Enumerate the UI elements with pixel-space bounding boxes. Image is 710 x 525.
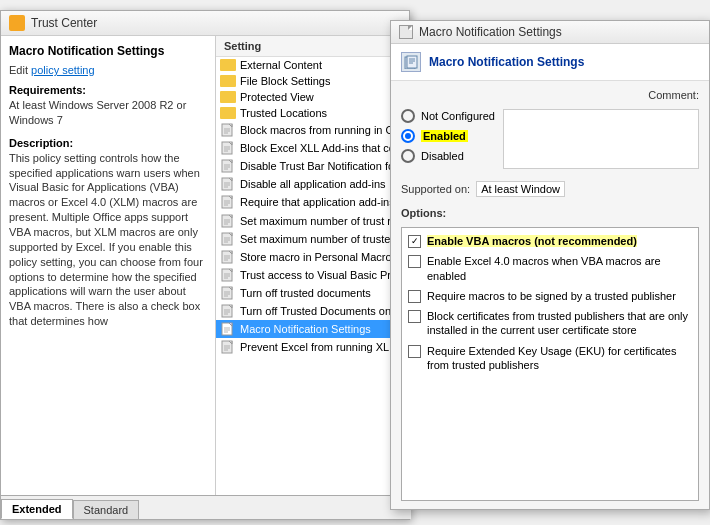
tree-item-label: External Content <box>240 59 322 71</box>
option-checkbox-4[interactable] <box>408 345 421 358</box>
requirements-label: Requirements: <box>9 84 207 96</box>
comment-textarea[interactable] <box>503 109 699 169</box>
tree-item-7[interactable]: Disable all application add-ins <box>216 175 408 193</box>
requirements-text: At least Windows Server 2008 R2 or Windo… <box>9 98 207 129</box>
tree-item-14[interactable]: Turn off Trusted Documents on <box>216 302 408 320</box>
tree-item-4[interactable]: Block macros from running in O <box>216 121 408 139</box>
radio-group: Not Configured Enabled Disabled <box>401 109 495 165</box>
left-panel-heading: Macro Notification Settings <box>9 44 207 58</box>
main-content-area: Macro Notification Settings Edit policy … <box>1 36 409 516</box>
option-row-1[interactable]: Enable Excel 4.0 macros when VBA macros … <box>408 254 692 283</box>
tree-item-16[interactable]: Prevent Excel from running XLM <box>216 338 408 356</box>
doc-icon <box>220 141 240 155</box>
tree-item-6[interactable]: Disable Trust Bar Notification fo <box>216 157 408 175</box>
tree-item-9[interactable]: Set maximum number of trust r <box>216 211 408 229</box>
option-label-4: Require Extended Key Usage (EKU) for cer… <box>427 344 692 373</box>
tree-item-label: Set maximum number of trust r <box>240 215 391 227</box>
option-checkbox-3[interactable] <box>408 310 421 323</box>
supported-on: Supported on: At least Window <box>401 181 699 197</box>
dialog-header-section: Macro Notification Settings <box>391 44 709 81</box>
doc-icon <box>220 250 240 264</box>
edit-policy-line: Edit policy setting <box>9 64 207 76</box>
option-row-4[interactable]: Require Extended Key Usage (EKU) for cer… <box>408 344 692 373</box>
option-checkbox-1[interactable] <box>408 255 421 268</box>
dialog-body: Comment: Not Configured Enabled Disabled <box>391 81 709 509</box>
doc-icon <box>220 268 240 282</box>
tree-item-label: Turn off trusted documents <box>240 287 371 299</box>
doc-icon <box>220 123 240 137</box>
tree-item-label: Block macros from running in O <box>240 124 394 136</box>
bottom-tabs: Extended Standard <box>1 495 411 519</box>
doc-icon <box>220 286 240 300</box>
tree-item-15[interactable]: Macro Notification Settings <box>216 320 408 338</box>
tree-header: Setting <box>216 36 408 57</box>
description-text: This policy setting controls how the spe… <box>9 151 207 329</box>
tree-item-label: Block Excel XLL Add-ins that co <box>240 142 395 154</box>
enabled-label: Enabled <box>421 130 468 142</box>
folder-icon <box>220 59 236 71</box>
tree-item-label: Turn off Trusted Documents on <box>240 305 391 317</box>
tab-extended[interactable]: Extended <box>1 499 73 519</box>
tree-item-12[interactable]: Trust access to Visual Basic Proj <box>216 266 408 284</box>
doc-icon <box>220 177 240 191</box>
dialog-header-icon <box>401 52 421 72</box>
tree-item-label: Store macro in Personal Macro <box>240 251 392 263</box>
doc-icon <box>220 322 240 336</box>
policy-setting-link[interactable]: policy setting <box>31 64 95 76</box>
comment-label: Comment: <box>648 89 699 101</box>
tree-item-8[interactable]: Require that application add-ins <box>216 193 408 211</box>
radio-circle-not-configured <box>401 109 415 123</box>
policy-dialog: Macro Notification Settings Macro Notifi… <box>390 20 710 510</box>
doc-icon <box>220 340 240 354</box>
left-panel: Macro Notification Settings Edit policy … <box>1 36 216 516</box>
options-label: Options: <box>401 207 699 219</box>
tree-item-label: Set maximum number of truste <box>240 233 390 245</box>
tree-item-label: File Block Settings <box>240 75 330 87</box>
tree-item-label: Trusted Locations <box>240 107 327 119</box>
option-row-3[interactable]: Block certificates from trusted publishe… <box>408 309 692 338</box>
option-label-2: Require macros to be signed by a trusted… <box>427 289 676 303</box>
option-label-1: Enable Excel 4.0 macros when VBA macros … <box>427 254 692 283</box>
tree-item-1[interactable]: File Block Settings <box>216 73 408 89</box>
option-row-2[interactable]: Require macros to be signed by a trusted… <box>408 289 692 303</box>
folder-icon <box>220 107 236 119</box>
option-label-3: Block certificates from trusted publishe… <box>427 309 692 338</box>
supported-on-value: At least Window <box>476 181 565 197</box>
dialog-title-text: Macro Notification Settings <box>419 25 562 39</box>
main-window-title: Trust Center <box>31 16 97 30</box>
tree-item-3[interactable]: Trusted Locations <box>216 105 408 121</box>
tree-item-10[interactable]: Set maximum number of truste <box>216 230 408 248</box>
dialog-header-title: Macro Notification Settings <box>429 55 584 69</box>
radio-circle-disabled <box>401 149 415 163</box>
tree-item-2[interactable]: Protected View <box>216 89 408 105</box>
tree-item-label: Macro Notification Settings <box>240 323 371 335</box>
tab-standard[interactable]: Standard <box>73 500 140 519</box>
option-checkbox-2[interactable] <box>408 290 421 303</box>
tree-item-0[interactable]: External Content <box>216 57 408 73</box>
trust-center-icon <box>9 15 25 31</box>
dialog-titlebar: Macro Notification Settings <box>391 21 709 44</box>
tree-item-13[interactable]: Turn off trusted documents <box>216 284 408 302</box>
radio-disabled[interactable]: Disabled <box>401 149 495 163</box>
option-row-0[interactable]: Enable VBA macros (not recommended) <box>408 234 692 248</box>
tree-item-11[interactable]: Store macro in Personal Macro <box>216 248 408 266</box>
radio-circle-enabled <box>401 129 415 143</box>
doc-icon <box>220 159 240 173</box>
radio-enabled[interactable]: Enabled <box>401 129 495 143</box>
tree-item-5[interactable]: Block Excel XLL Add-ins that co <box>216 139 408 157</box>
radio-not-configured[interactable]: Not Configured <box>401 109 495 123</box>
options-box: Enable VBA macros (not recommended)Enabl… <box>401 227 699 501</box>
option-checkbox-0[interactable] <box>408 235 421 248</box>
doc-icon <box>220 232 240 246</box>
folder-icon <box>220 91 236 103</box>
dialog-title-icon <box>399 25 413 39</box>
doc-icon <box>220 213 240 227</box>
doc-icon <box>220 304 240 318</box>
tree-item-label: Disable Trust Bar Notification fo <box>240 160 394 172</box>
description-label: Description: <box>9 137 207 149</box>
tree-panel: Setting External ContentFile Block Setti… <box>216 36 409 516</box>
tree-item-label: Protected View <box>240 91 314 103</box>
svg-rect-53 <box>407 56 417 68</box>
doc-icon <box>220 195 240 209</box>
option-label-0: Enable VBA macros (not recommended) <box>427 234 637 248</box>
